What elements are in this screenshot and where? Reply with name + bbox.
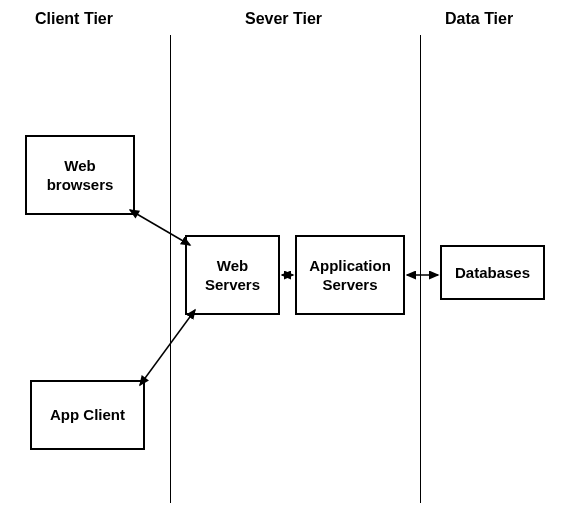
data-tier-header: Data Tier	[445, 10, 513, 28]
divider-server-data	[420, 35, 421, 503]
application-servers-box: Application Servers	[295, 235, 405, 315]
web-servers-box: Web Servers	[185, 235, 280, 315]
svg-line-2	[130, 210, 190, 245]
web-browsers-box: Web browsers	[25, 135, 135, 215]
divider-client-server	[170, 35, 171, 503]
svg-line-3	[140, 310, 195, 385]
app-client-box: App Client	[30, 380, 145, 450]
client-tier-header: Client Tier	[35, 10, 113, 28]
databases-box: Databases	[440, 245, 545, 300]
server-tier-header: Sever Tier	[245, 10, 322, 28]
